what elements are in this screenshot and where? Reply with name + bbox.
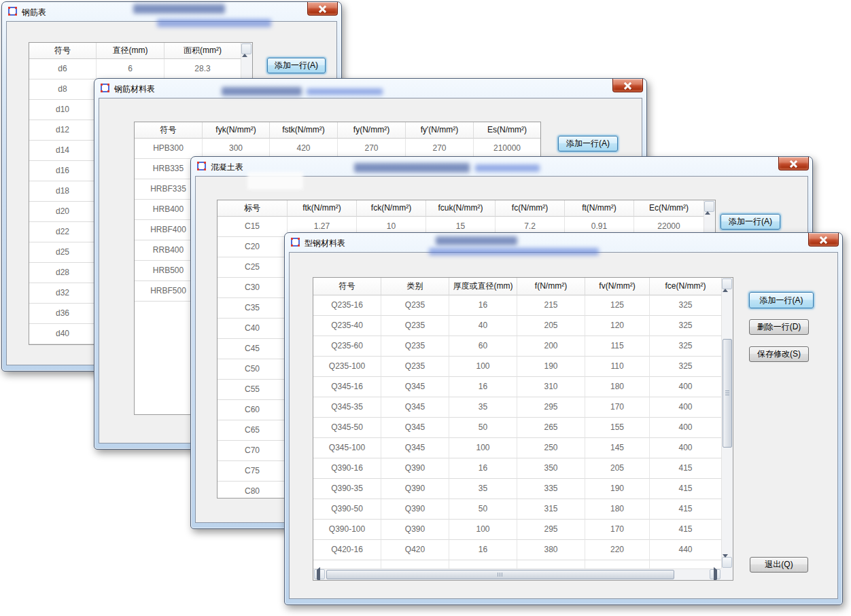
table-cell[interactable]: 200 xyxy=(517,336,585,357)
save-changes-button[interactable]: 保存修改(S) xyxy=(749,346,809,362)
table-cell[interactable]: 325 xyxy=(650,336,721,357)
table-cell[interactable]: 110 xyxy=(585,357,650,377)
table-cell[interactable]: 6 xyxy=(97,59,164,79)
table-cell[interactable]: 190 xyxy=(585,479,650,499)
table-cell[interactable]: 400 xyxy=(650,377,721,397)
close-button[interactable] xyxy=(612,79,643,92)
table-cell[interactable]: C75 xyxy=(218,461,288,482)
table-row[interactable]: Q235-16Q23516215125325 xyxy=(313,295,733,316)
table-row[interactable]: Q390-100Q390100295170415 xyxy=(313,520,733,540)
vertical-scroll-thumb[interactable] xyxy=(723,339,732,448)
table-cell[interactable]: Q390 xyxy=(381,499,449,520)
table-cell[interactable]: 35 xyxy=(449,479,517,499)
table-cell[interactable]: d32 xyxy=(29,283,97,304)
table-cell[interactable]: Q390-35 xyxy=(313,479,381,499)
table-cell[interactable]: 440 xyxy=(650,540,721,560)
horizontal-scroll-thumb[interactable] xyxy=(326,570,674,579)
table-cell[interactable]: Q235-16 xyxy=(313,295,381,316)
table-cell[interactable]: 50 xyxy=(449,499,517,520)
table-cell[interactable]: 180 xyxy=(585,377,650,397)
table-cell[interactable]: 415 xyxy=(650,458,721,479)
table-cell[interactable]: Q390-50 xyxy=(313,499,381,520)
table-cell[interactable]: Q345 xyxy=(381,418,449,438)
table-cell[interactable]: 170 xyxy=(585,397,650,418)
table-cell[interactable]: Q235 xyxy=(381,357,449,377)
table-cell[interactable]: 125 xyxy=(585,295,650,316)
table-cell[interactable]: 325 xyxy=(650,316,721,336)
table-cell[interactable]: Q345-100 xyxy=(313,438,381,458)
table-row[interactable]: Q420-16Q42016380220440 xyxy=(313,540,733,560)
table-cell[interactable]: 40 xyxy=(449,316,517,336)
table-row[interactable]: Q390-50Q39050315180415 xyxy=(313,499,733,520)
table-cell[interactable]: 400 xyxy=(650,438,721,458)
table-cell[interactable]: C40 xyxy=(218,319,288,339)
table-cell[interactable]: C30 xyxy=(218,278,288,298)
table-cell[interactable]: 100 xyxy=(449,438,517,458)
table-cell[interactable]: Q345-35 xyxy=(313,397,381,418)
table-row[interactable]: Q345-35Q34535295170400 xyxy=(313,397,733,418)
table-row[interactable]: Q345-100Q345100250145400 xyxy=(313,438,733,458)
table-cell[interactable]: d12 xyxy=(29,120,97,141)
table-cell[interactable]: 190 xyxy=(517,357,585,377)
close-button[interactable] xyxy=(307,2,338,16)
table-cell[interactable]: d36 xyxy=(29,304,97,324)
table-cell[interactable]: Q345 xyxy=(381,397,449,418)
titlebar-rebar-material[interactable]: 钢筋材料表 xyxy=(94,79,646,98)
table-cell[interactable]: d16 xyxy=(29,161,97,181)
table-cell[interactable]: C80 xyxy=(218,482,288,499)
table-cell[interactable]: 50 xyxy=(449,418,517,438)
table-cell[interactable]: Q420-16 xyxy=(313,540,381,560)
table-cell[interactable]: C35 xyxy=(218,298,288,319)
table-cell[interactable]: d28 xyxy=(29,263,97,283)
table-cell[interactable]: Q235 xyxy=(381,336,449,357)
table-cell[interactable]: d20 xyxy=(29,202,97,222)
table-cell[interactable]: 16 xyxy=(449,295,517,316)
titlebar-rebar[interactable]: 钢筋表 xyxy=(2,2,341,21)
table-cell[interactable]: C20 xyxy=(218,237,288,257)
scroll-right-button[interactable] xyxy=(710,569,720,579)
close-button[interactable] xyxy=(808,233,839,247)
table-row[interactable]: d6628.3 xyxy=(29,59,252,79)
table-cell[interactable]: Q390 xyxy=(381,520,449,540)
table-cell[interactable]: 205 xyxy=(517,316,585,336)
table-cell[interactable]: C60 xyxy=(218,400,288,420)
table-cell[interactable]: C25 xyxy=(218,257,288,278)
table-row[interactable]: Q345-16Q34516310180400 xyxy=(313,377,733,397)
table-cell[interactable]: d14 xyxy=(29,141,97,161)
table-cell[interactable]: C65 xyxy=(218,420,288,441)
table-cell[interactable]: HPB300 xyxy=(135,139,203,159)
table-cell[interactable]: 265 xyxy=(517,418,585,438)
delete-row-button[interactable]: 删除一行(D) xyxy=(749,319,809,335)
table-cell[interactable]: d22 xyxy=(29,222,97,242)
table-cell[interactable]: 100 xyxy=(449,520,517,540)
close-button[interactable] xyxy=(778,157,809,170)
table-row[interactable]: Q390-35Q39035335190415 xyxy=(313,479,733,499)
table-cell[interactable]: d8 xyxy=(29,79,97,100)
table-row[interactable]: Q235-40Q23540205120325 xyxy=(313,316,733,336)
table-cell[interactable]: Q345-50 xyxy=(313,418,381,438)
table-cell[interactable]: 310 xyxy=(517,377,585,397)
table-cell[interactable]: 120 xyxy=(585,316,650,336)
table-cell[interactable]: d25 xyxy=(29,242,97,263)
table-cell[interactable]: Q235-60 xyxy=(313,336,381,357)
add-row-button[interactable]: 添加一行(A) xyxy=(749,292,814,308)
table-cell[interactable]: 400 xyxy=(650,397,721,418)
table-cell[interactable]: Q235 xyxy=(381,295,449,316)
table-cell[interactable]: 35 xyxy=(449,397,517,418)
table-cell[interactable]: 350 xyxy=(517,458,585,479)
table-row[interactable]: Q235-100Q235100190110325 xyxy=(313,357,733,377)
table-cell[interactable]: 250 xyxy=(517,438,585,458)
scroll-up-button[interactable] xyxy=(241,43,251,54)
scroll-down-button[interactable] xyxy=(722,557,732,568)
horizontal-scrollbar[interactable] xyxy=(313,568,721,580)
scroll-left-button[interactable] xyxy=(314,569,325,579)
table-cell[interactable]: Q390-100 xyxy=(313,520,381,540)
table-cell[interactable]: d18 xyxy=(29,181,97,202)
table-cell[interactable]: 380 xyxy=(517,540,585,560)
table-cell[interactable]: 295 xyxy=(517,397,585,418)
table-cell[interactable]: 145 xyxy=(585,438,650,458)
table-cell[interactable]: 325 xyxy=(650,357,721,377)
table-cell[interactable]: d10 xyxy=(29,100,97,120)
table-cell[interactable]: Q420 xyxy=(381,540,449,560)
table-cell[interactable]: 220 xyxy=(585,540,650,560)
